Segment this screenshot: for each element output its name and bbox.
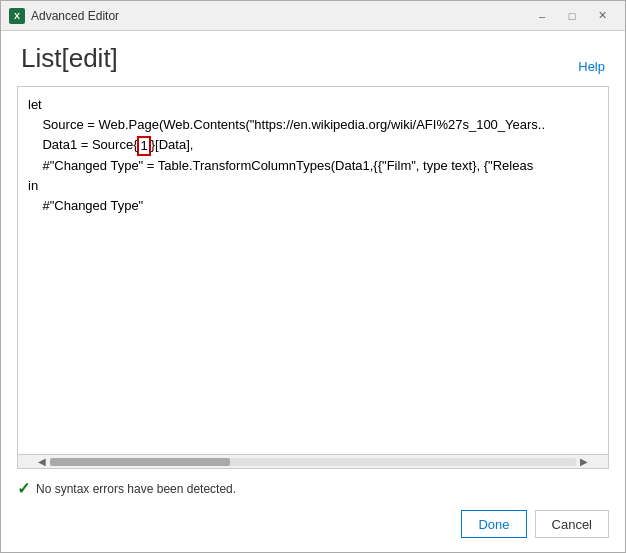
app-icon: X (9, 8, 25, 24)
status-bar: ✓ No syntax errors have been detected. (1, 473, 625, 504)
code-editor[interactable]: let Source = Web.Page(Web.Contents("http… (18, 87, 608, 454)
scroll-left-arrow[interactable]: ◀ (34, 455, 50, 469)
status-check-icon: ✓ (17, 479, 30, 498)
advanced-editor-window: X Advanced Editor – □ ✕ List[edit] Help … (0, 0, 626, 553)
highlight-index: 1 (137, 136, 150, 156)
done-button[interactable]: Done (461, 510, 526, 538)
footer-buttons: Done Cancel (1, 504, 625, 552)
window-content: List[edit] Help let Source = Web.Page(We… (1, 31, 625, 552)
code-line-5: in (28, 176, 598, 196)
code-line-4: #"Changed Type" = Table.TransformColumnT… (28, 156, 598, 176)
scroll-right-arrow[interactable]: ▶ (576, 455, 592, 469)
editor-container: let Source = Web.Page(Web.Contents("http… (17, 86, 609, 469)
minimize-button[interactable]: – (527, 6, 557, 26)
window-title: Advanced Editor (31, 9, 527, 23)
code-line-1: let (28, 95, 598, 115)
cancel-button[interactable]: Cancel (535, 510, 609, 538)
window-controls: – □ ✕ (527, 6, 617, 26)
status-text: No syntax errors have been detected. (36, 482, 236, 496)
scrollbar-thumb[interactable] (50, 458, 230, 466)
maximize-button[interactable]: □ (557, 6, 587, 26)
code-line-6: #"Changed Type" (28, 196, 598, 216)
scrollbar-track (50, 458, 576, 466)
title-bar: X Advanced Editor – □ ✕ (1, 1, 625, 31)
code-line-3: Data1 = Source{1}[Data], (28, 135, 598, 155)
page-title: List[edit] (21, 43, 118, 74)
code-line-2: Source = Web.Page(Web.Contents("https://… (28, 115, 598, 135)
help-link[interactable]: Help (578, 59, 605, 74)
horizontal-scrollbar[interactable]: ◀ ▶ (18, 454, 608, 468)
header-section: List[edit] Help (1, 31, 625, 80)
close-button[interactable]: ✕ (587, 6, 617, 26)
